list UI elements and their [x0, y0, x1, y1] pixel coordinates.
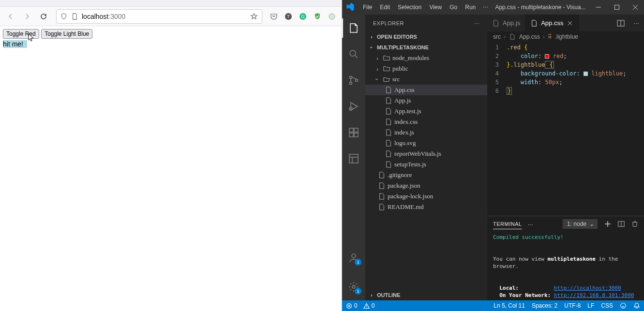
breadcrumb[interactable]: src› App.css› ⠿ .lightblue	[487, 31, 644, 42]
editor-more-icon[interactable]: ···	[629, 15, 644, 31]
terminal-tab[interactable]: TERMINAL	[493, 219, 522, 229]
file-app-css[interactable]: App.css	[365, 85, 487, 95]
menu-go[interactable]: Go	[446, 3, 461, 12]
file-icon	[378, 193, 386, 200]
pocket-icon[interactable]	[268, 11, 280, 22]
panel-more-icon[interactable]: ···	[528, 221, 533, 228]
file-index-js[interactable]: index.js	[365, 127, 487, 138]
ext-icon-3[interactable]	[312, 11, 323, 22]
svg-rect-11	[349, 128, 353, 132]
bookmark-icon[interactable]	[250, 13, 258, 20]
menu-edit[interactable]: Edit	[376, 3, 393, 12]
menu-view[interactable]: View	[426, 3, 445, 12]
forward-button[interactable]	[20, 10, 34, 23]
activity-accounts-icon[interactable]: 1	[342, 248, 365, 267]
status-feedback-icon[interactable]	[620, 302, 627, 309]
status-language[interactable]: CSS	[601, 302, 613, 309]
file-readme[interactable]: README.md	[365, 202, 487, 212]
close-icon[interactable]	[566, 19, 574, 27]
file-package-lock[interactable]: package-lock.json	[365, 191, 487, 202]
code-lines[interactable]: .red { color: red;}.lightblue { backgrou…	[507, 42, 644, 216]
terminal-selector[interactable]: 1: node ⌄	[563, 219, 598, 229]
chevron-right-icon: ›	[368, 33, 375, 40]
status-bar: 0 0 Ln 5, Col 11 Spaces: 2 UTF-8 LF CSS	[342, 300, 644, 311]
breadcrumb-file[interactable]: App.css	[519, 33, 540, 40]
file-icon	[492, 19, 500, 27]
close-button[interactable]	[630, 2, 640, 12]
back-button[interactable]	[4, 10, 17, 23]
folder-public[interactable]: ›public	[365, 63, 487, 74]
activity-scm-icon[interactable]	[342, 71, 365, 90]
status-warnings[interactable]: 0	[363, 302, 375, 309]
status-eol[interactable]: LF	[587, 302, 594, 309]
terminal-output[interactable]: Compiled successfully! You can now view …	[487, 232, 644, 300]
breadcrumb-src[interactable]: src	[493, 33, 501, 40]
status-bell-icon[interactable]	[633, 302, 640, 309]
minimize-button[interactable]	[594, 2, 603, 12]
file-icon	[385, 161, 392, 168]
code-editor[interactable]: 123456 .red { color: red;}.lightblue { b…	[487, 42, 644, 216]
file-index-css[interactable]: index.css	[365, 117, 487, 127]
activity-search-icon[interactable]	[342, 44, 365, 64]
status-errors[interactable]: 0	[346, 302, 358, 309]
menu-more-icon[interactable]: ···	[480, 3, 491, 12]
svg-point-8	[350, 82, 352, 85]
split-terminal-icon[interactable]	[618, 221, 625, 227]
file-reportwebvitals[interactable]: reportWebVitals.js	[365, 148, 487, 159]
activity-extensions-icon[interactable]	[342, 123, 365, 142]
tab-app-js[interactable]: App.js	[487, 15, 525, 31]
kill-terminal-icon[interactable]	[631, 221, 638, 227]
page-icon	[71, 13, 78, 20]
panel-tabs: TERMINAL ··· 1: node ⌄	[487, 216, 644, 232]
file-icon	[385, 97, 392, 104]
activity-layout-icon[interactable]	[342, 149, 365, 168]
open-editors-header[interactable]: ›OPEN EDITORS	[365, 31, 487, 42]
activity-debug-icon[interactable]	[342, 97, 365, 116]
menu-run[interactable]: Run	[462, 3, 479, 12]
file-app-test-js[interactable]: App.test.js	[365, 106, 487, 117]
activity-settings-icon[interactable]: 1	[342, 277, 365, 296]
file-package-json[interactable]: package.json	[365, 180, 487, 191]
chevron-down-icon: ›	[368, 44, 375, 51]
new-terminal-icon[interactable]	[604, 221, 611, 227]
titlebar: File Edit Selection View Go Run ··· App.…	[342, 0, 644, 15]
file-icon	[509, 33, 516, 41]
tab-app-css[interactable]: App.css	[525, 15, 579, 31]
accounts-badge: 1	[355, 259, 361, 266]
toggle-red-button[interactable]: Toggle Red	[3, 29, 39, 39]
file-setuptests[interactable]: setupTests.js	[365, 159, 487, 170]
menu-file[interactable]: File	[359, 3, 375, 12]
ext-icon-4[interactable]	[326, 11, 338, 22]
file-icon	[530, 19, 538, 27]
menu-selection[interactable]: Selection	[394, 3, 425, 12]
activity-explorer-icon[interactable]	[342, 18, 365, 38]
ext-icon-2[interactable]: G	[297, 11, 309, 22]
status-position[interactable]: Ln 5, Col 11	[494, 302, 525, 309]
url-bar[interactable]: localhost:3000	[56, 9, 262, 24]
file-logo-svg[interactable]: logo.svg	[365, 138, 487, 148]
file-gitignore[interactable]: .gitignore	[365, 170, 487, 180]
status-indent[interactable]: Spaces: 2	[532, 302, 557, 309]
file-app-js[interactable]: App.js	[365, 95, 487, 106]
file-icon	[385, 150, 392, 158]
folder-node-modules[interactable]: ›node_modules	[365, 53, 487, 63]
menu-bar: File Edit Selection View Go Run ···	[359, 3, 491, 12]
breadcrumb-symbol[interactable]: .lightblue	[555, 33, 578, 40]
window-title: App.css - multipletaskone - Visua...	[493, 4, 588, 11]
svg-point-4	[329, 14, 335, 19]
explorer-more-icon[interactable]: ···	[474, 20, 479, 26]
file-icon	[385, 139, 392, 147]
chevron-down-icon: ›	[374, 76, 381, 83]
split-editor-icon[interactable]	[613, 15, 629, 31]
ext-icon-1[interactable]: T	[283, 11, 294, 22]
status-encoding[interactable]: UTF-8	[564, 302, 581, 309]
project-header[interactable]: ›MULTIPLETASKONE	[365, 42, 487, 53]
vscode-logo-icon	[346, 3, 355, 12]
outline-header[interactable]: ›OUTLINE	[365, 290, 487, 300]
toggle-light-blue-button[interactable]: Toggle Light Blue	[41, 29, 92, 39]
reload-button[interactable]	[37, 10, 50, 23]
svg-rect-15	[349, 154, 358, 163]
folder-open-icon	[383, 75, 390, 83]
folder-src[interactable]: ›src	[365, 74, 487, 85]
maximize-button[interactable]	[612, 2, 622, 12]
